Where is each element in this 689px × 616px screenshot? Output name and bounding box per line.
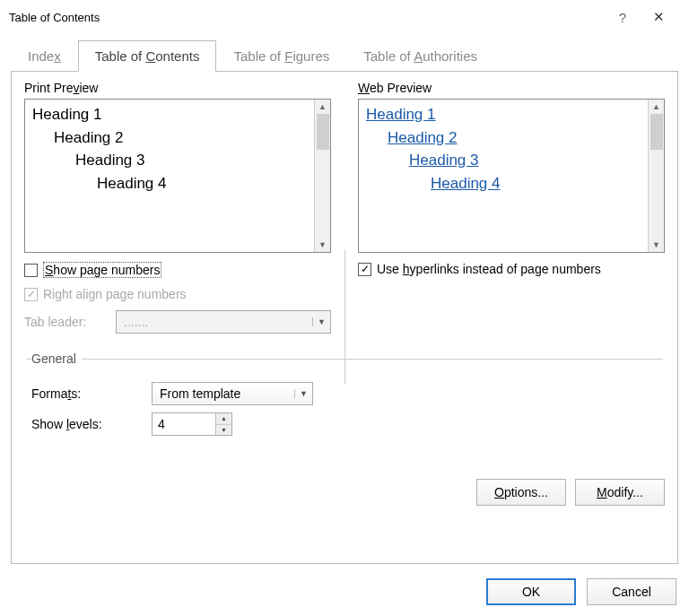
general-legend: General	[31, 351, 82, 366]
show-levels-row: Show levels: 4 ▲ ▼	[31, 412, 663, 436]
right-align-checkbox	[24, 288, 38, 301]
web-heading-4[interactable]: Heading 4	[431, 175, 501, 192]
panel-button-row: Options... Modify...	[24, 479, 665, 506]
table-of-contents-dialog: Table of Contents ? ✕ Index Table of Con…	[0, 0, 689, 616]
print-preview-content: Heading 1 Heading 2 Heading 3 Heading 4	[25, 100, 314, 252]
right-align-label: Right align page numbers	[43, 287, 187, 301]
modify-button[interactable]: Modify...	[575, 479, 665, 506]
print-scrollbar[interactable]: ▲ ▼	[314, 100, 330, 252]
show-levels-label: Show levels:	[31, 417, 139, 431]
spinner-buttons[interactable]: ▲ ▼	[215, 413, 231, 435]
print-heading-1: Heading 1	[32, 103, 307, 126]
scroll-thumb[interactable]	[317, 114, 329, 150]
print-preview-box: Heading 1 Heading 2 Heading 3 Heading 4 …	[24, 99, 331, 253]
tab-strip: Index Table of Contents Table of Figures…	[11, 34, 678, 72]
ok-button[interactable]: OK	[486, 578, 576, 605]
options-button[interactable]: Options...	[476, 479, 566, 506]
title-bar: Table of Contents ? ✕	[0, 0, 689, 34]
column-divider	[344, 249, 345, 384]
spinner-up-icon[interactable]: ▲	[216, 413, 231, 425]
web-heading-3[interactable]: Heading 3	[409, 152, 479, 169]
tab-panel: Print Preview Heading 1 Heading 2 Headin…	[11, 72, 678, 564]
tab-table-of-figures[interactable]: Table of Figures	[216, 40, 346, 72]
tab-leader-value: .......	[117, 315, 312, 329]
show-page-numbers-checkbox[interactable]	[24, 264, 38, 277]
print-heading-4: Heading 4	[97, 172, 307, 195]
web-preview-box: Heading 1 Heading 2 Heading 3 Heading 4 …	[358, 99, 665, 253]
web-column: Web Preview Heading 1 Heading 2 Heading …	[358, 81, 665, 334]
web-heading-1[interactable]: Heading 1	[366, 106, 436, 123]
preview-columns: Print Preview Heading 1 Heading 2 Headin…	[24, 81, 665, 334]
tab-table-of-authorities[interactable]: Table of Authorities	[346, 40, 494, 72]
show-page-numbers-row[interactable]: Show page numbers	[24, 262, 331, 278]
formats-row: Formats: From template ▼	[31, 382, 663, 405]
formats-value: From template	[153, 386, 294, 401]
tab-leader-row: Tab leader: ....... ▼	[24, 310, 331, 334]
cancel-button[interactable]: Cancel	[587, 578, 676, 605]
scroll-up-icon[interactable]: ▲	[652, 100, 660, 114]
web-preview-label: Web Preview	[358, 81, 665, 95]
show-levels-spinner[interactable]: 4 ▲ ▼	[152, 412, 232, 436]
spinner-down-icon[interactable]: ▼	[216, 425, 231, 436]
web-preview-content: Heading 1 Heading 2 Heading 3 Heading 4	[359, 100, 648, 252]
print-column: Print Preview Heading 1 Heading 2 Headin…	[24, 81, 331, 334]
formats-select[interactable]: From template ▼	[152, 382, 313, 405]
dialog-title: Table of Contents	[9, 11, 605, 24]
close-button[interactable]: ✕	[641, 9, 676, 25]
chevron-down-icon[interactable]: ▼	[294, 389, 312, 398]
web-scrollbar[interactable]: ▲ ▼	[648, 100, 664, 252]
right-align-row: Right align page numbers	[24, 287, 331, 301]
scroll-down-icon[interactable]: ▼	[652, 238, 660, 252]
print-heading-3: Heading 3	[75, 149, 307, 172]
formats-label: Formats:	[31, 386, 139, 401]
show-page-numbers-label: Show page numbers	[43, 262, 161, 278]
tab-table-of-contents[interactable]: Table of Contents	[78, 40, 217, 72]
help-button[interactable]: ?	[605, 10, 641, 25]
tab-leader-select: ....... ▼	[116, 310, 331, 334]
tab-index[interactable]: Index	[11, 40, 78, 72]
scroll-down-icon[interactable]: ▼	[318, 238, 327, 252]
use-hyperlinks-label: Use hyperlinks instead of page numbers	[377, 262, 601, 276]
print-preview-label: Print Preview	[24, 81, 331, 95]
chevron-down-icon: ▼	[312, 317, 330, 326]
scroll-thumb[interactable]	[650, 114, 663, 150]
web-heading-2[interactable]: Heading 2	[388, 129, 458, 146]
dialog-button-row: OK Cancel	[0, 571, 689, 616]
use-hyperlinks-checkbox[interactable]	[358, 263, 371, 276]
tab-leader-label: Tab leader:	[24, 315, 107, 329]
use-hyperlinks-row[interactable]: Use hyperlinks instead of page numbers	[358, 262, 665, 276]
show-levels-value[interactable]: 4	[153, 413, 215, 435]
print-heading-2: Heading 2	[54, 126, 307, 150]
scroll-up-icon[interactable]: ▲	[318, 100, 327, 114]
